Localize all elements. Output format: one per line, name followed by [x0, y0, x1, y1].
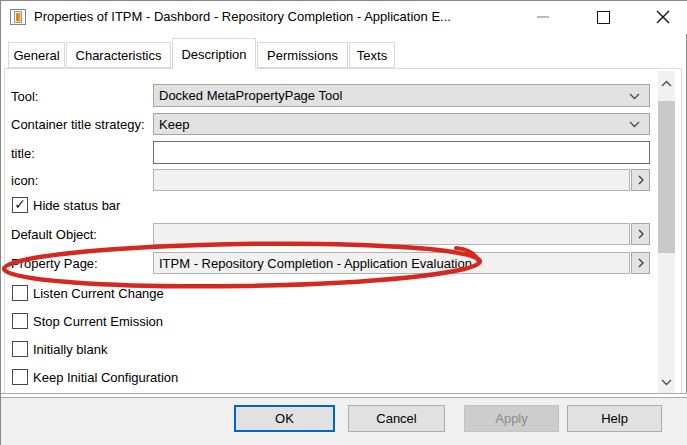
default-object-label: Default Object:: [11, 227, 97, 242]
hide-status-bar-label: Hide status bar: [33, 198, 120, 213]
listen-current-change-label: Listen Current Change: [33, 286, 164, 301]
stop-current-emission-label: Stop Current Emission: [33, 314, 163, 329]
minimize-icon: [537, 16, 549, 18]
property-page-label: Property Page:: [11, 256, 98, 271]
help-button[interactable]: Help: [567, 405, 662, 432]
maximize-icon: [597, 11, 610, 24]
keep-initial-configuration-label: Keep Initial Configuration: [33, 370, 178, 385]
icon-browse-button[interactable]: [631, 169, 650, 191]
chevron-down-icon: [629, 121, 640, 128]
tab-texts[interactable]: Texts: [349, 42, 395, 68]
container-title-strategy-dropdown[interactable]: Keep: [153, 113, 650, 135]
close-button[interactable]: [646, 1, 680, 33]
cancel-button[interactable]: Cancel: [348, 405, 445, 432]
icon-field-label: icon:: [11, 173, 38, 188]
initially-blank-checkbox[interactable]: [12, 341, 28, 357]
icon-field[interactable]: [153, 169, 630, 191]
chevron-down-icon: [661, 379, 672, 386]
chevron-down-icon: [629, 93, 640, 100]
properties-dialog: Properties of ITPM - Dashbord - Reposito…: [0, 0, 687, 445]
title-input[interactable]: [153, 141, 650, 164]
scroll-up-button[interactable]: [658, 73, 675, 93]
keep-initial-configuration-checkbox[interactable]: [12, 369, 28, 385]
window-title: Properties of ITPM - Dashbord - Reposito…: [34, 9, 451, 24]
apply-button: Apply: [464, 405, 559, 432]
chevron-right-icon: [638, 175, 644, 185]
tool-dropdown[interactable]: Docked MetaPropertyPage Tool: [153, 84, 650, 107]
listen-current-change-checkbox[interactable]: [12, 285, 28, 301]
tab-general[interactable]: General: [8, 42, 65, 68]
app-tool-icon: [10, 9, 26, 25]
container-title-strategy-label: Container title strategy:: [11, 117, 145, 132]
chevron-up-icon: [661, 80, 672, 87]
scrollbar-thumb[interactable]: [658, 101, 675, 253]
close-icon: [656, 10, 670, 24]
stop-current-emission-checkbox[interactable]: [12, 313, 28, 329]
checkmark-icon: ✓: [14, 197, 26, 211]
tab-characteristics[interactable]: Characteristics: [66, 42, 171, 68]
hide-status-bar-checkbox[interactable]: ✓: [12, 197, 28, 213]
default-object-browse-button[interactable]: [631, 223, 650, 245]
property-page-browse-button[interactable]: [631, 252, 650, 274]
chevron-right-icon: [638, 258, 644, 268]
scroll-down-button[interactable]: [658, 372, 675, 392]
tab-description[interactable]: Description: [172, 38, 256, 69]
ok-button[interactable]: OK: [234, 405, 335, 432]
maximize-button[interactable]: [586, 1, 620, 33]
minimize-button[interactable]: [526, 1, 560, 33]
default-object-field[interactable]: [153, 223, 630, 245]
title-field-label: title:: [11, 146, 35, 161]
tab-permissions[interactable]: Permissions: [257, 42, 348, 68]
chevron-right-icon: [638, 229, 644, 239]
title-bar: Properties of ITPM - Dashbord - Reposito…: [1, 1, 687, 34]
property-page-field[interactable]: ITPM - Repository Completion - Applicati…: [153, 252, 630, 274]
initially-blank-label: Initially blank: [33, 342, 107, 357]
tool-label: Tool:: [11, 89, 38, 104]
